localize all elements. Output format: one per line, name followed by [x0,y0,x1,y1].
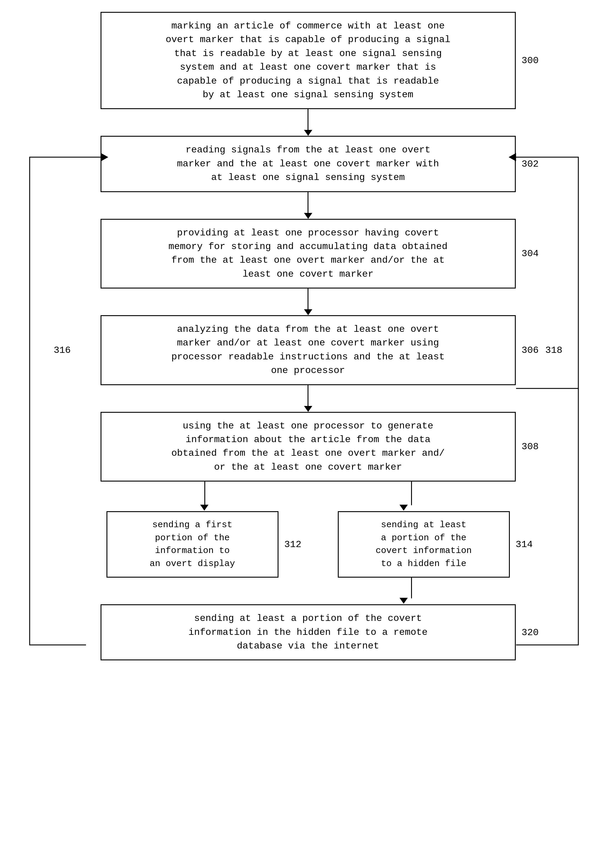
box-302-text: reading signals from the at least one ov… [177,144,439,183]
box-312: sending a first portion of the informati… [107,511,279,578]
box-312-text: sending a first portion of the informati… [150,520,235,569]
label-308: 308 [522,441,539,452]
flowchart: marking an article of commerce with at l… [18,12,598,660]
box-306: analyzing the data from the at least one… [101,315,516,385]
box-306-text: analyzing the data from the at least one… [172,324,445,376]
box-320: sending at least a portion of the covert… [101,604,516,660]
box-320-text: sending at least a portion of the covert… [188,613,428,651]
box-300: marking an article of commerce with at l… [101,12,516,109]
box-302: reading signals from the at least one ov… [101,136,516,192]
box-308: using the at least one processor to gene… [101,412,516,482]
box-300-text: marking an article of commerce with at l… [166,21,450,100]
label-302: 302 [522,158,539,169]
label-314: 314 [516,539,533,550]
box-314-text: sending at least a portion of the covert… [375,520,472,569]
box-308-text: using the at least one processor to gene… [172,421,445,473]
box-304: providing at least one processor having … [101,219,516,289]
label-318: 318 [546,345,563,356]
box-304-text: providing at least one processor having … [169,227,447,280]
label-304: 304 [522,248,539,259]
label-300: 300 [522,55,539,66]
label-316: 316 [54,345,71,356]
label-312: 312 [285,539,302,550]
label-320: 320 [522,627,539,638]
label-306: 306 [522,345,539,356]
box-314: sending at least a portion of the covert… [338,511,510,578]
